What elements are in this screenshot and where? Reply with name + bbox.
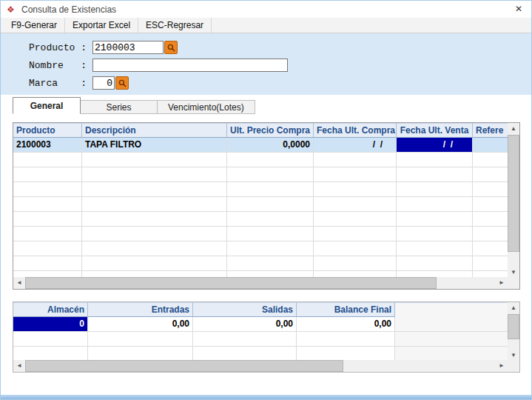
tab-general[interactable]: General [13, 97, 81, 114]
marca-label: Marca : [29, 78, 92, 89]
scroll-corner [508, 277, 519, 289]
col-header-fecha-ult-compra[interactable]: Fecha Ult. Compra [314, 123, 397, 138]
nombre-row: Nombre : [29, 57, 531, 73]
main-grid-vscroll[interactable]: ▲ ▼ [508, 123, 519, 279]
app-icon: ❖ [7, 4, 17, 15]
main-grid-data-row[interactable]: 2100003 TAPA FILTRO 0,0000 / / / / [13, 138, 508, 153]
generate-button[interactable]: F9-Generar [4, 18, 65, 33]
empty-row [13, 332, 508, 347]
cell-producto[interactable]: 2100003 [13, 138, 82, 152]
main-grid-table: Producto Descripción Ult. Precio Compra … [13, 123, 508, 279]
tab-vencimiento-lotes[interactable]: Vencimiento(Lotes) [158, 100, 255, 114]
esc-back-button[interactable]: ESC-Regresar [138, 18, 212, 33]
window-title: Consulta de Existencias [21, 4, 116, 15]
cell-almacen-selected[interactable]: 0 [13, 317, 88, 331]
app-window: ❖ Consulta de Existencias ✕ F9-Generar E… [0, 0, 532, 400]
cell-ult-precio-compra[interactable]: 0,0000 [227, 138, 314, 152]
toolbar: F9-Generar Exportar Excel ESC-Regresar [1, 18, 531, 33]
summary-vscroll-thumb[interactable] [508, 314, 519, 339]
empty-row [13, 227, 508, 241]
main-grid: Producto Descripción Ult. Precio Compra … [13, 122, 520, 290]
search-form: Producto : Nombre : Marca : [1, 33, 531, 95]
nombre-input[interactable] [92, 59, 288, 72]
cell-entradas[interactable]: 0,00 [88, 317, 193, 331]
col-header-balance-final[interactable]: Balance Final [297, 302, 395, 317]
scroll-up-icon[interactable]: ▲ [508, 302, 519, 314]
marca-row: Marca : [29, 75, 531, 91]
window-bottom-border [1, 395, 531, 399]
row-filler [395, 317, 508, 331]
col-header-almacen[interactable]: Almacén [13, 302, 88, 317]
col-header-entradas[interactable]: Entradas [88, 302, 193, 317]
main-grid-hscroll-thumb[interactable] [25, 277, 437, 289]
scroll-corner [508, 360, 519, 372]
scroll-left-icon[interactable]: ◄ [13, 360, 25, 372]
summary-hscroll[interactable]: ◄ ► [13, 360, 508, 372]
header-filler [395, 302, 508, 317]
summary-hscroll-thumb[interactable] [25, 360, 343, 372]
summary-grid-header: Almacén Entradas Salidas Balance Final [13, 302, 508, 317]
export-excel-button[interactable]: Exportar Excel [65, 18, 138, 33]
main-grid-header: Producto Descripción Ult. Precio Compra … [13, 123, 508, 138]
main-grid-hscroll[interactable]: ◄ ► [13, 277, 508, 289]
nombre-label: Nombre : [29, 60, 92, 71]
cell-balance-final[interactable]: 0,00 [297, 317, 395, 331]
summary-vscroll[interactable]: ▲ ▼ [508, 302, 519, 361]
empty-row [13, 197, 508, 212]
empty-row [13, 182, 508, 197]
tab-strip: General Series Vencimiento(Lotes) [13, 97, 255, 114]
cell-descripcion[interactable]: TAPA FILTRO [82, 138, 227, 152]
empty-row [13, 347, 508, 361]
producto-search-icon[interactable] [164, 41, 178, 54]
tab-series[interactable]: Series [81, 100, 158, 114]
empty-row [13, 212, 508, 227]
scroll-left-icon[interactable]: ◄ [13, 277, 25, 289]
scroll-right-icon[interactable]: ► [496, 360, 508, 372]
cell-fecha-ult-venta-selected[interactable]: / / [397, 138, 473, 152]
scroll-up-icon[interactable]: ▲ [508, 123, 519, 135]
empty-row [13, 241, 508, 256]
col-header-fecha-ult-venta[interactable]: Fecha Ult. Venta [397, 123, 473, 138]
main-grid-vscroll-thumb[interactable] [508, 135, 519, 252]
producto-row: Producto : [29, 39, 531, 56]
scroll-right-icon[interactable]: ► [496, 277, 508, 289]
cell-salidas[interactable]: 0,00 [193, 317, 297, 331]
marca-search-icon[interactable] [115, 76, 129, 90]
producto-label: Producto : [29, 42, 92, 53]
empty-row [13, 256, 508, 271]
col-header-referencia[interactable]: Refere [473, 123, 508, 138]
close-icon[interactable]: ✕ [506, 1, 531, 17]
empty-row [13, 167, 508, 182]
summary-data-row[interactable]: 0 0,00 0,00 0,00 [13, 317, 508, 332]
col-header-descripcion[interactable]: Descripción [82, 123, 227, 138]
col-header-ult-precio-compra[interactable]: Ult. Precio Compra [227, 123, 314, 138]
marca-input[interactable] [92, 76, 115, 90]
cell-referencia[interactable] [473, 138, 508, 152]
col-header-producto[interactable]: Producto [13, 123, 82, 138]
col-header-salidas[interactable]: Salidas [193, 302, 297, 317]
producto-input[interactable] [92, 41, 164, 54]
title-bar: ❖ Consulta de Existencias ✕ [1, 1, 531, 19]
cell-fecha-ult-compra[interactable]: / / [314, 138, 397, 152]
summary-grid: Almacén Entradas Salidas Balance Final 0… [13, 301, 520, 373]
empty-row [13, 153, 508, 167]
summary-grid-table: Almacén Entradas Salidas Balance Final 0… [13, 302, 508, 361]
